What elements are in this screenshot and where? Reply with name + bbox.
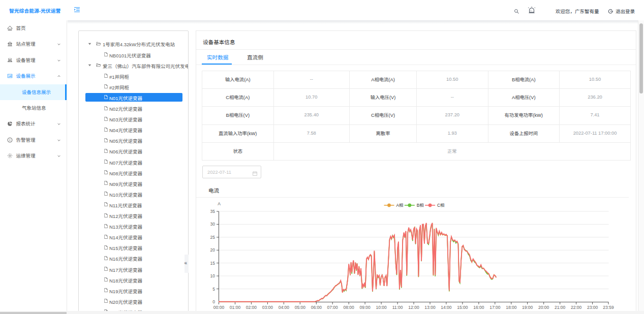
svg-text:09:00: 09:00 — [359, 305, 371, 310]
svg-text:B相: B相 — [417, 203, 424, 208]
svg-text:02:00: 02:00 — [246, 305, 257, 310]
svg-text:0: 0 — [212, 299, 215, 304]
svg-text:10:00: 10:00 — [376, 305, 387, 310]
svg-text:25: 25 — [210, 235, 216, 240]
svg-text:22:00: 22:00 — [571, 305, 582, 310]
svg-text:00:00: 00:00 — [213, 305, 225, 310]
svg-text:19:00: 19:00 — [522, 305, 533, 310]
svg-text:15:00: 15:00 — [457, 305, 468, 310]
svg-text:15: 15 — [210, 261, 216, 266]
svg-text:10: 10 — [210, 273, 216, 278]
svg-text:16:00: 16:00 — [473, 305, 484, 310]
svg-text:30: 30 — [210, 222, 216, 227]
svg-text:23:00: 23:00 — [587, 305, 598, 310]
svg-text:11:00: 11:00 — [392, 305, 403, 310]
svg-text:12:00: 12:00 — [408, 305, 419, 310]
svg-text:14:00: 14:00 — [441, 305, 452, 310]
svg-text:05:00: 05:00 — [295, 305, 306, 310]
svg-text:04:00: 04:00 — [279, 305, 290, 310]
svg-text:21:00: 21:00 — [555, 305, 566, 310]
svg-text:20: 20 — [210, 247, 216, 253]
svg-text:13:00: 13:00 — [424, 305, 436, 310]
svg-text:35: 35 — [210, 209, 216, 214]
svg-text:5: 5 — [212, 287, 215, 292]
svg-text:20:00: 20:00 — [538, 305, 549, 310]
svg-text:A相: A相 — [396, 203, 404, 208]
svg-text:17:00: 17:00 — [489, 305, 501, 310]
svg-text:C相: C相 — [437, 203, 444, 208]
svg-text:23:59: 23:59 — [603, 305, 614, 310]
svg-text:07:00: 07:00 — [327, 305, 339, 310]
svg-text:08:00: 08:00 — [344, 305, 355, 310]
svg-text:01:00: 01:00 — [230, 305, 241, 310]
svg-text:03:00: 03:00 — [262, 305, 273, 310]
svg-text:18:00: 18:00 — [506, 305, 517, 310]
svg-text:A: A — [218, 201, 221, 206]
svg-text:06:00: 06:00 — [311, 305, 322, 310]
